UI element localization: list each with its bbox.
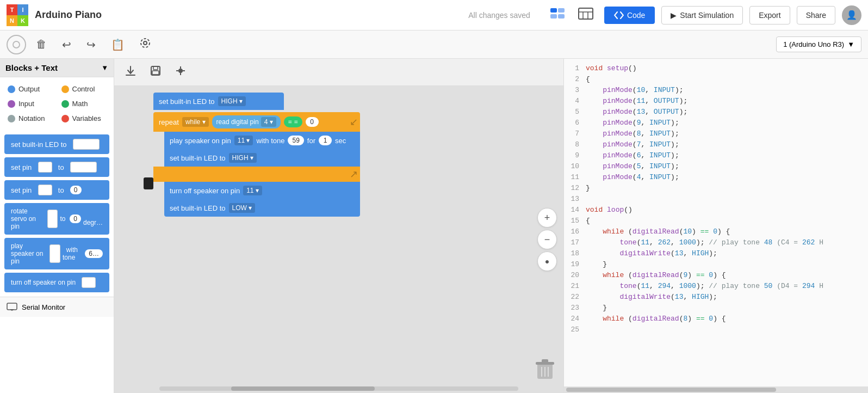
code-line-22: 22 digitalWrite(13, HIGH); [564,292,868,303]
main-area: Blocks + Text ▼ Output Control Input Mat… [0,59,868,393]
simulate-btn-label: Start Simulation [680,11,734,20]
svg-rect-0 [550,8,557,13]
block-rotate-servo[interactable]: rotate servo on pin 0 ▾ to 0 degr… [4,203,109,235]
line-num-19: 19 [564,259,584,270]
canvas-off-speaker-dropdown[interactable]: 11 ▾ [243,186,262,195]
line-num-15: 15 [564,216,584,226]
share-button[interactable]: Share [797,6,835,24]
while-dropdown[interactable]: while ▾ [182,117,209,127]
cat-notation[interactable]: Notation [5,112,55,125]
logo-i: I [17,4,28,15]
cat-math[interactable]: Math [59,97,109,110]
cat-input[interactable]: Input [5,97,55,110]
pin-num-dropdown[interactable]: 0 ▾ [38,162,52,173]
line-num-21: 21 [564,281,584,292]
category-grid: Output Control Input Math Notation Varia… [0,77,114,130]
code-line-14: 14void loop() [564,205,868,216]
svg-rect-2 [550,14,557,19]
tone-val: 59 [288,136,303,145]
cat-control[interactable]: Control [59,83,109,95]
pin4-dropdown[interactable]: 4 ▾ [261,117,276,127]
code-line-13: 13 [564,194,868,205]
code-line-18: 18 digitalWrite(13, HIGH); [564,248,868,259]
serial-monitor-label: Serial Monitor [22,303,65,311]
undo-btn[interactable]: ↩ [57,35,77,54]
user-avatar[interactable]: 👤 [842,5,861,25]
download-btn[interactable] [121,63,140,81]
save-btn[interactable] [146,63,165,81]
code-button[interactable]: Code [604,7,655,24]
speaker-tone[interactable]: 6… [85,249,103,258]
view-circle[interactable] [7,35,26,54]
canvas-high-dropdown[interactable]: HIGH ▾ [218,96,246,106]
line-num-11: 11 [564,172,584,183]
serial-monitor-bar[interactable]: Serial Monitor [0,297,114,317]
read-digital-oval[interactable]: read digital pin 4 ▾ [212,115,281,128]
block-turn-off-speaker[interactable]: turn off speaker on pin 0 ▾ [4,273,109,292]
servo-val[interactable]: 0 [70,214,81,223]
zoom-fit-btn[interactable]: ● [537,251,557,271]
redo-btn[interactable]: ↪ [81,35,101,54]
simulate-button[interactable]: ▶ Start Simulation [661,6,743,24]
debug-btn[interactable] [171,63,190,81]
code-bottom-scrollbar[interactable] [564,386,868,393]
output-dot [8,85,15,93]
blocks-dropdown-arrow[interactable]: ▼ [101,64,108,72]
code-hscroll-thumb[interactable] [566,388,776,392]
pin-high-dropdown[interactable]: HIGH ▾ [70,162,97,173]
code-line-5: 5 pinMode(13, OUTPUT); [564,107,868,118]
equals-compare[interactable]: = = [284,116,302,127]
cat-output[interactable]: Output [5,83,55,95]
servo-pin-dropdown[interactable]: 0 ▾ [47,210,58,228]
off-speaker-pin[interactable]: 0 ▾ [82,277,96,288]
canvas-led-low-dropdown[interactable]: LOW ▾ [229,203,256,213]
cat-variables[interactable]: Variables [59,112,109,125]
block-set-pin-val[interactable]: set pin 3 ▾ to 0 [4,180,109,200]
block-set-led[interactable]: set built-in LED to HIGH ▾ [4,134,109,154]
arc-icon: ↙ [350,116,358,128]
blocks-view-btn[interactable] [545,5,569,24]
canvas-content[interactable]: set built-in LED to HIGH ▾ repeat while … [114,86,563,393]
block-set-pin-high[interactable]: set pin 0 ▾ to HIGH ▾ [4,157,109,177]
line-num-12: 12 [564,183,584,194]
zoom-in-btn[interactable]: + [537,208,557,228]
canvas-block-led-high[interactable]: set built-in LED to HIGH ▾ [153,93,284,110]
variables-dot [61,115,69,122]
pin-val-input[interactable]: 0 [70,186,82,194]
board-selector[interactable]: 1 (Arduino Uno R3) ▼ [776,36,861,52]
zoom-out-btn[interactable]: − [537,230,557,249]
table-view-btn[interactable] [574,5,598,24]
canvas-scrollbar-thumb[interactable] [231,386,375,391]
settings-btn[interactable] [134,34,156,54]
control-dot [61,85,69,93]
pin-val-dropdown[interactable]: 3 ▾ [38,185,52,195]
line-num-22: 22 [564,292,584,303]
block-play-speaker[interactable]: play speaker on pin 0 ▾ with tone 6… [4,238,109,269]
canvas-scrollbar[interactable] [159,386,519,391]
notes-btn[interactable]: 📋 [106,35,130,54]
zoom-controls: + − ● [537,208,557,271]
code-line-15: 15{ [564,216,868,226]
view-toggle-group [545,5,598,24]
led-high-dropdown[interactable]: HIGH ▾ [73,139,100,150]
delete-tool-btn[interactable]: 🗑 [30,35,52,54]
canvas-speaker-pin[interactable]: 11 ▾ [234,136,253,145]
board-label: 1 (Arduino Uno R3) [783,40,844,48]
math-dot [61,100,69,108]
connector-plug [144,177,153,189]
canvas-led-dropdown2[interactable]: HIGH ▾ [229,153,257,163]
code-panel: 1void setup()2{3 pinMode(10, INPUT);4 pi… [563,59,868,393]
blocks-header-label: Blocks + Text [5,63,58,72]
line-num-25: 25 [564,324,584,335]
code-editor[interactable]: 1void setup()2{3 pinMode(10, INPUT);4 pi… [564,59,868,386]
code-line-24: 24 while (digitalRead(8) == 0) { [564,314,868,324]
svg-rect-24 [542,359,548,363]
svg-point-17 [178,69,183,73]
canvas-block-repeat[interactable]: repeat while ▾ read digital pin 4 ▾ = = … [153,112,360,217]
line-num-9: 9 [564,150,584,161]
notation-dot [8,115,15,122]
export-button[interactable]: Export [749,6,790,24]
save-status: All changes saved [468,11,530,20]
speaker-pin-dropdown[interactable]: 0 ▾ [49,244,60,263]
trash-icon[interactable] [535,358,555,384]
